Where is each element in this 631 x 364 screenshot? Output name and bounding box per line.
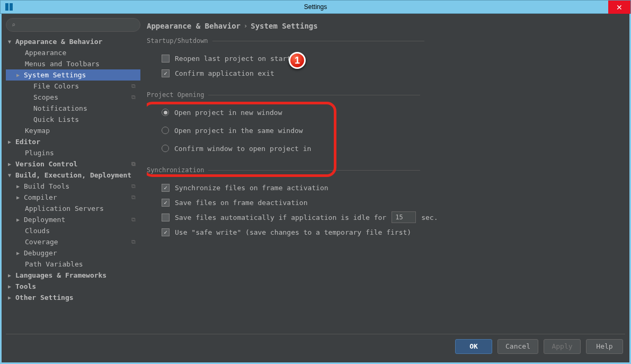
group-title-sync: Synchronization <box>147 166 625 174</box>
tree-item-label: Clouds <box>25 227 50 235</box>
tree-arrow-icon: ▶ <box>16 217 24 223</box>
tree-arrow-icon: ▶ <box>8 295 15 300</box>
tree-item-label: Application Servers <box>25 205 104 212</box>
tree-item[interactable]: ▶Tools <box>6 281 140 292</box>
radio-confirm-window[interactable] <box>162 145 169 152</box>
radio-label: Open project in the same window <box>174 127 303 135</box>
checkbox-safe-write[interactable] <box>162 228 170 236</box>
tree-item[interactable]: ▶Version Control⧉ <box>6 158 140 170</box>
tree-item[interactable]: ▶Editor <box>6 136 140 147</box>
project-scope-icon: ⧉ <box>130 94 137 101</box>
tree-arrow-icon: ▶ <box>16 250 24 256</box>
tree-item[interactable]: ▼Build, Execution, Deployment <box>6 170 140 181</box>
tree-item-label: Debugger <box>24 249 57 257</box>
tree-item-label: Build Tools <box>24 182 69 190</box>
project-scope-icon <box>130 72 137 79</box>
project-scope-icon: ⧉ <box>130 161 137 168</box>
checkbox-label: Use "safe write" (save changes to a temp… <box>175 228 411 236</box>
tree-item-label: Languages & Frameworks <box>15 271 106 279</box>
tree-item-label: Quick Lists <box>33 116 79 123</box>
tree-item-label: Deployment <box>24 216 65 224</box>
radio-label: Confirm window to open project in <box>174 145 311 153</box>
search-icon: ⌕ <box>12 21 15 29</box>
tree-item-label: Menus and Toolbars <box>25 60 100 68</box>
close-button[interactable]: ✕ <box>608 1 630 14</box>
checkbox-label: Save files automatically if application … <box>175 214 386 221</box>
tree-item-label: Other Settings <box>15 294 74 301</box>
radio-open-new-window[interactable] <box>162 109 169 116</box>
tree-arrow-icon: ▶ <box>16 183 24 189</box>
tree-item-label: Appearance & Behavior <box>15 38 102 46</box>
tree-item[interactable]: Plugins <box>6 147 140 158</box>
tree-item-label: Scopes <box>33 93 58 101</box>
dialog-footer: OK Cancel Apply Help <box>6 334 625 358</box>
tree-item-label: Build, Execution, Deployment <box>15 171 131 179</box>
tree-item[interactable]: ▶Compiler⧉ <box>6 192 140 203</box>
ok-button[interactable]: OK <box>455 339 492 354</box>
checkbox-label: Confirm application exit <box>175 69 274 77</box>
radio-open-same-window[interactable] <box>162 127 169 134</box>
checkbox-save-on-deactivation[interactable] <box>162 199 170 207</box>
project-scope-icon: ⧉ <box>130 216 137 224</box>
settings-panel: Startup/Shutdown Reopen last project on … <box>147 34 625 334</box>
search-field-wrap[interactable]: ⌕ <box>6 18 140 32</box>
checkbox-sync-files[interactable] <box>162 184 170 192</box>
project-scope-icon: ⧉ <box>130 83 137 90</box>
checkbox-confirm-exit[interactable] <box>162 69 170 77</box>
tree-item-label: Notifications <box>33 104 87 112</box>
checkbox-label: Synchronize files on frame activation <box>175 184 328 192</box>
help-button[interactable]: Help <box>586 339 623 354</box>
tree-arrow-icon: ▶ <box>16 194 24 200</box>
tree-arrow-icon: ▼ <box>8 39 15 45</box>
tree-item[interactable]: Quick Lists <box>6 114 140 125</box>
group-title-project-opening: Project Opening <box>147 91 625 99</box>
tree-item[interactable]: File Colors⧉ <box>6 81 140 92</box>
tree-item[interactable]: ▶Languages & Frameworks <box>6 270 140 281</box>
tree-item[interactable]: Path Variables <box>6 259 140 270</box>
tree-item-label: Appearance <box>25 49 66 57</box>
tree-arrow-icon: ▶ <box>8 139 15 145</box>
tree-arrow-icon: ▶ <box>8 272 15 278</box>
tree-item-label: File Colors <box>33 82 79 90</box>
tree-item[interactable]: ▶Build Tools⧉ <box>6 181 140 192</box>
tree-item[interactable]: ▶Other Settings <box>6 292 140 303</box>
checkbox-save-auto-idle[interactable] <box>162 214 170 221</box>
checkbox-reopen-last-project[interactable] <box>162 55 170 63</box>
breadcrumb: Appearance & Behavior › System Settings <box>147 18 625 34</box>
tree-item-label: Coverage <box>25 238 58 246</box>
group-title-startup: Startup/Shutdown <box>147 37 625 45</box>
tree-item[interactable]: Appearance <box>6 47 140 58</box>
tree-item-label: Compiler <box>24 193 57 201</box>
tree-item-label: Plugins <box>25 149 54 157</box>
tree-item[interactable]: Clouds <box>6 225 140 236</box>
tree-item[interactable]: Application Servers <box>6 203 140 214</box>
tree-item-label: System Settings <box>24 71 86 79</box>
tree-arrow-icon: ▼ <box>8 172 15 178</box>
tree-item[interactable]: Menus and Toolbars <box>6 58 140 69</box>
project-scope-icon: ⧉ <box>130 183 137 190</box>
tree-item-label: Editor <box>15 138 40 146</box>
sidebar: ⌕ ▼Appearance & BehaviorAppearanceMenus … <box>6 18 140 334</box>
tree-item[interactable]: ▶Debugger <box>6 247 140 259</box>
radio-label: Open project in new window <box>174 109 282 117</box>
close-icon: ✕ <box>616 3 623 12</box>
tree-item[interactable]: ▼Appearance & Behavior <box>6 36 140 47</box>
tree-arrow-icon: ▶ <box>8 283 15 289</box>
tree-item[interactable]: Scopes⧉ <box>6 92 140 103</box>
titlebar: Settings ✕ <box>0 0 631 14</box>
apply-button[interactable]: Apply <box>544 339 581 354</box>
breadcrumb-sep: › <box>244 22 247 30</box>
search-input[interactable] <box>19 21 135 29</box>
app-logo-icon <box>4 2 14 12</box>
tree-item[interactable]: Coverage⧉ <box>6 236 140 247</box>
tree-item[interactable]: ▶Deployment⧉ <box>6 214 140 225</box>
tree-arrow-icon: ▶ <box>16 72 24 78</box>
cancel-button[interactable]: Cancel <box>497 339 538 354</box>
idle-seconds-input[interactable] <box>392 211 416 223</box>
tree-item[interactable]: Notifications <box>6 103 140 114</box>
tree-item[interactable]: Keymap <box>6 125 140 136</box>
svg-rect-1 <box>10 3 13 11</box>
project-scope-icon: ⧉ <box>130 194 137 201</box>
tree-item[interactable]: ▶System Settings <box>6 69 140 81</box>
tree-item-label: Tools <box>15 282 36 290</box>
